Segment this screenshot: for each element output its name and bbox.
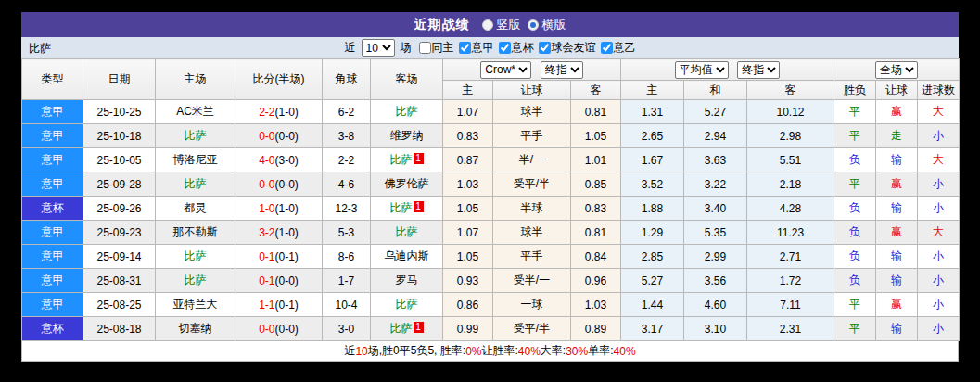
- average-select[interactable]: 平均值: [675, 61, 729, 79]
- away-team-cell: 比萨: [371, 100, 443, 124]
- filter-same-home[interactable]: 同主: [414, 40, 454, 56]
- result-cell: 负: [834, 245, 876, 269]
- table-row: 意杯25-08-18切塞纳0-0(0-0)3-0比萨10.99受平/半0.893…: [22, 317, 960, 341]
- table-row: 意甲25-10-25AC米兰2-2(1-0)6-2比萨1.07球半0.811.3…: [22, 100, 960, 124]
- home-team-name: AC米兰: [176, 105, 214, 118]
- asia-handicap: 平手: [493, 124, 571, 148]
- half-score: (0-0): [275, 274, 299, 287]
- euro-draw-odds: 5.27: [684, 100, 747, 124]
- score-cell: 2-2(1-0): [235, 100, 323, 124]
- layout-option-vertical[interactable]: 竖版: [482, 17, 521, 33]
- away-team-cell: 比萨1: [371, 317, 443, 341]
- filter-league-4[interactable]: 意乙: [596, 40, 636, 56]
- corners-cell: 3-8: [323, 124, 371, 148]
- away-team-name: 维罗纳: [390, 129, 424, 142]
- euro-away-odds: 11.23: [747, 221, 834, 245]
- bookmaker-select[interactable]: Crow*: [480, 61, 531, 79]
- away-team-name: 比萨: [390, 322, 413, 335]
- goals-result-cell: 小: [918, 269, 960, 293]
- filter-checkbox[interactable]: [601, 42, 613, 54]
- goals-result-cell: 大: [918, 100, 960, 124]
- away-team-cell: 维罗纳: [371, 124, 443, 148]
- radio-horizontal-icon[interactable]: [528, 19, 539, 31]
- red-card-badge: 1: [414, 201, 424, 212]
- goals-result-cell: 小: [918, 124, 960, 148]
- euro-stage-select[interactable]: 终指: [737, 61, 780, 79]
- filter-league-2[interactable]: 意杯: [494, 40, 534, 56]
- asia-home-odds: 1.05: [443, 197, 493, 221]
- half-score: (0-0): [275, 323, 299, 336]
- home-team-cell: 比萨: [156, 172, 235, 197]
- euro-odds-group-header: 平均值 终指: [621, 59, 834, 81]
- score-cell: 4-0(3-0): [235, 148, 323, 172]
- euro-home-odds: 1.29: [621, 221, 684, 245]
- score-cell: 1-0(1-0): [235, 197, 323, 221]
- layout-option-horizontal[interactable]: 横版: [528, 17, 566, 33]
- asia-handicap: 一球: [493, 293, 571, 317]
- corners-cell: 1-7: [323, 269, 371, 293]
- home-team-cell: 比萨: [156, 245, 235, 269]
- asia-home-odds: 1.03: [443, 172, 493, 197]
- scope-select[interactable]: 全场: [875, 61, 918, 79]
- asia-home-odds: 0.93: [443, 269, 493, 293]
- goals-result-cell: 小: [918, 245, 960, 269]
- filter-label: 同主: [432, 40, 454, 56]
- asia-stage-select[interactable]: 终指: [541, 61, 583, 79]
- full-score: 1-1: [259, 299, 274, 312]
- euro-draw-odds: 3.40: [684, 197, 747, 221]
- euro-away-odds: 7.11: [747, 293, 834, 317]
- home-team-name: 都灵: [185, 201, 207, 214]
- score-cell: 1-1(0-1): [235, 293, 323, 317]
- half-score: (0-0): [275, 130, 299, 143]
- filter-checkbox[interactable]: [499, 42, 511, 54]
- filter-league-1[interactable]: 意甲: [454, 40, 494, 56]
- col-home: 主场: [156, 59, 235, 100]
- euro-home-odds: 2.85: [621, 245, 684, 269]
- away-team-cell: 罗马: [371, 269, 443, 293]
- title-bar: 近期战绩 竖版 横版: [21, 12, 959, 37]
- filter-checkbox[interactable]: [419, 42, 431, 54]
- euro-draw-odds: 2.99: [684, 245, 747, 269]
- away-team-cell: 比萨: [371, 221, 443, 245]
- type-cell: 意甲: [22, 269, 83, 293]
- filter-league-3[interactable]: 球会友谊: [534, 40, 596, 56]
- asia-away-odds: 0.84: [571, 245, 621, 269]
- col-result: 胜负: [834, 81, 876, 100]
- euro-away-odds: 2.31: [747, 317, 834, 341]
- col-euro-draw: 和: [684, 81, 747, 100]
- euro-draw-odds: 2.94: [684, 124, 747, 148]
- away-team-name: 佛罗伦萨: [385, 177, 429, 190]
- date-cell: 25-10-05: [83, 148, 156, 172]
- radio-vertical-icon[interactable]: [482, 19, 493, 31]
- asia-handicap: 球半: [493, 100, 571, 124]
- near-label: 近: [345, 40, 356, 56]
- match-rows: 意甲25-10-25AC米兰2-2(1-0)6-2比萨1.07球半0.811.3…: [22, 100, 960, 341]
- handicap-result-cell: 输: [876, 245, 918, 269]
- corners-cell: 6-2: [323, 100, 371, 124]
- type-cell: 意甲: [22, 148, 83, 172]
- footer-stat-segment: 40%: [518, 345, 541, 358]
- asia-home-odds: 0.99: [443, 317, 493, 341]
- home-team-name: 那不勒斯: [173, 225, 218, 238]
- match-count-select[interactable]: 10: [362, 39, 395, 57]
- half-score: (0-1): [275, 250, 299, 263]
- score-cell: 0-1(0-0): [235, 269, 323, 293]
- col-euro-home: 主: [621, 81, 684, 100]
- filter-checkbox[interactable]: [459, 42, 471, 54]
- home-team-cell: 切塞纳: [156, 317, 235, 341]
- asia-away-odds: 1.03: [571, 293, 621, 317]
- away-team-name: 乌迪内斯: [385, 249, 429, 262]
- footer-stat-segment: 30%: [566, 345, 588, 358]
- filter-checkbox[interactable]: [539, 42, 551, 54]
- col-asia-away: 客: [571, 81, 621, 100]
- asia-handicap: 受平/半: [493, 317, 571, 341]
- col-euro-away: 客: [747, 81, 834, 100]
- result-cell: 负: [834, 148, 876, 172]
- euro-home-odds: 1.31: [621, 100, 684, 124]
- euro-home-odds: 1.67: [621, 148, 684, 172]
- result-cell: 平: [834, 100, 876, 124]
- table-row: 意甲25-10-05博洛尼亚4-0(3-0)2-2比萨10.87半/一1.011…: [22, 148, 960, 172]
- type-cell: 意甲: [22, 172, 83, 197]
- asia-handicap: 球半: [493, 221, 571, 245]
- red-card-badge: 1: [414, 322, 424, 333]
